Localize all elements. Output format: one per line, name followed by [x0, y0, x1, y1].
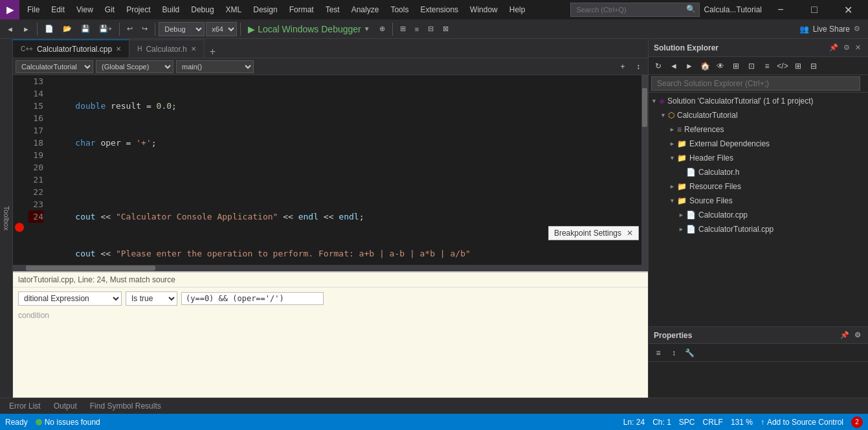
toolbox-panel[interactable]: Toolbox — [0, 39, 13, 398]
condition-mode-dropdown[interactable]: Is true — [126, 291, 177, 306]
menu-format[interactable]: Format — [284, 4, 319, 16]
tree-item-calculatorcpp[interactable]: ► 📄 Calculator.cpp — [649, 208, 868, 222]
editor-nav-add[interactable]: + — [616, 60, 630, 74]
props-alphabetical-btn[interactable]: ↕ — [667, 346, 681, 360]
liveshare-settings-icon[interactable]: ⚙ — [854, 25, 860, 33]
menu-extensions[interactable]: Extensions — [415, 4, 463, 16]
se-designer-btn[interactable]: ⊞ — [791, 59, 805, 73]
play-dropdown-icon[interactable]: ▼ — [364, 25, 370, 32]
se-collapse-btn[interactable]: ⊞ — [729, 59, 743, 73]
liveshare-label[interactable]: Live Share — [813, 25, 850, 34]
editor-nav-scroll[interactable]: ↕ — [631, 60, 645, 74]
tree-item-sourcefiles[interactable]: ▼ 📁 Source Files — [649, 194, 868, 208]
menu-xml[interactable]: XML — [221, 4, 247, 16]
attach-btn[interactable]: ⊕ — [375, 21, 389, 37]
props-categorized-btn[interactable]: ≡ — [651, 346, 665, 360]
code-editor[interactable]: 13 14 15 16 17 18 19 20 21 − 22 23 — [13, 75, 648, 265]
tab-calculatortutorial[interactable]: C++ CalculatorTutorial.cpp ✕ — [13, 40, 129, 58]
se-sync-btn[interactable]: ↻ — [651, 59, 665, 73]
props-settings-btn[interactable]: ⚙ — [852, 331, 863, 339]
menu-design[interactable]: Design — [248, 4, 282, 16]
menu-tools[interactable]: Tools — [385, 4, 414, 16]
tree-item-references[interactable]: ► ≡ References — [649, 122, 868, 137]
se-props-btn[interactable]: ⊟ — [807, 59, 821, 73]
start-debug-button[interactable]: ▶ Local Windows Debugger ▼ — [244, 23, 373, 36]
editor-scrollbar[interactable] — [641, 75, 648, 265]
toolbar-save-btn[interactable]: 💾 — [77, 21, 94, 37]
function-dropdown[interactable]: main() — [176, 60, 254, 73]
menu-view[interactable]: View — [71, 4, 98, 16]
se-pending-btn[interactable]: ⊡ — [744, 59, 759, 73]
menu-file[interactable]: File — [22, 4, 45, 16]
scope-dropdown[interactable]: CalculatorTutorial — [16, 60, 93, 73]
maximize-button[interactable]: □ — [799, 0, 829, 19]
errors-count: 2 — [855, 418, 859, 425]
breakpoint-dot[interactable] — [15, 223, 24, 232]
toolbar-undo-btn[interactable]: ↩ — [123, 21, 137, 37]
tree-item-project[interactable]: ▼ ⬡ CalculatorTutorial — [649, 108, 868, 122]
menu-analyze[interactable]: Analyze — [346, 4, 384, 16]
se-home-btn[interactable]: 🏠 — [698, 59, 712, 73]
tab-error-list[interactable]: Error List — [5, 400, 45, 412]
toolbar-extra-1[interactable]: ⊞ — [396, 21, 410, 37]
se-code-view-btn[interactable]: </> — [775, 59, 790, 73]
props-pin-btn[interactable]: 📌 — [838, 331, 851, 339]
global-search-input[interactable] — [570, 3, 700, 17]
vs-logo: ▶ — [0, 0, 19, 19]
editor-scrollbar-thumb[interactable] — [642, 88, 647, 127]
menu-window[interactable]: Window — [465, 4, 503, 16]
se-back-btn[interactable]: ◄ — [667, 59, 681, 73]
tree-item-solution[interactable]: ▼ ◈ Solution 'CalculatorTutorial' (1 of … — [649, 94, 868, 108]
tab-output[interactable]: Output — [50, 400, 81, 412]
toolbar-extra-4[interactable]: ⊠ — [439, 21, 452, 37]
minimize-button[interactable]: − — [766, 0, 796, 19]
se-pin-btn[interactable]: 📌 — [827, 43, 840, 52]
toolbar-redo-btn[interactable]: ↪ — [138, 21, 151, 37]
tree-item-calculatortutorialcpp[interactable]: ► 📄 CalculatorTutorial.cpp — [649, 222, 868, 236]
props-wrench-btn[interactable]: 🔧 — [682, 346, 696, 360]
global-scope-dropdown[interactable]: (Global Scope) — [96, 60, 173, 73]
menu-test[interactable]: Test — [320, 4, 345, 16]
toolbar-forward-btn[interactable]: ► — [19, 21, 34, 37]
menu-build[interactable]: Build — [157, 4, 185, 16]
toolbar-back-btn[interactable]: ◄ — [3, 21, 17, 37]
se-settings-btn[interactable]: ⚙ — [841, 43, 852, 52]
se-show-all-btn[interactable]: 👁 — [713, 59, 728, 73]
menu-debug[interactable]: Debug — [186, 4, 219, 16]
se-search-input[interactable] — [651, 76, 860, 91]
se-forward-btn[interactable]: ► — [682, 59, 696, 73]
horiz-scrollbar[interactable] — [13, 265, 648, 271]
toolbar-open-btn[interactable]: 📂 — [59, 21, 76, 37]
horiz-scrollbar-thumb[interactable] — [26, 266, 155, 271]
tree-item-calculatorh[interactable]: 📄 Calculator.h — [649, 165, 868, 179]
menu-help[interactable]: Help — [504, 4, 531, 16]
condition-type-dropdown[interactable]: ditional Expression — [18, 291, 122, 306]
tab-calculatorh[interactable]: H Calculator.h ✕ — [129, 40, 205, 58]
toolbar-extra-3[interactable]: ⊟ — [424, 21, 438, 37]
toolbar-extra-2[interactable]: ≡ — [411, 21, 423, 37]
debug-config-dropdown[interactable]: Debug Release — [159, 22, 205, 36]
se-close-btn[interactable]: ✕ — [853, 43, 863, 52]
tab-calculatorh-close[interactable]: ✕ — [191, 45, 196, 52]
menu-edit[interactable]: Edit — [46, 4, 70, 16]
tab-add-button[interactable]: + — [205, 46, 221, 58]
tab-find-symbol-results[interactable]: Find Symbol Results — [86, 400, 165, 412]
breakpoint-settings-close[interactable]: ✕ — [627, 229, 633, 238]
condition-value-input[interactable] — [181, 292, 324, 305]
toolbar-saveall-btn[interactable]: 💾+ — [95, 21, 116, 37]
menu-git[interactable]: Git — [100, 4, 120, 16]
se-settings-btn2[interactable]: ≡ — [760, 59, 774, 73]
toolbar-new-btn[interactable]: 📄 — [41, 21, 58, 37]
status-right: Ln: 24 Ch: 1 SPC CRLF 131 % ↑ Add to Sou… — [623, 416, 863, 428]
tree-item-resourcefiles[interactable]: ► 📁 Resource Files — [649, 179, 868, 194]
status-issues-area[interactable]: No issues found — [36, 418, 100, 427]
source-control-area[interactable]: ↑ Add to Source Control — [761, 418, 843, 427]
tree-item-extdeps[interactable]: ► 📁 External Dependencies — [649, 137, 868, 151]
tab-calculatortutorial-close[interactable]: ✕ — [116, 45, 121, 52]
platform-dropdown[interactable]: x64 x86 — [206, 22, 237, 36]
errors-badge[interactable]: 2 — [851, 416, 863, 428]
tree-item-headerfiles[interactable]: ▼ 📁 Header Files — [649, 151, 868, 165]
status-zoom[interactable]: 131 % — [731, 418, 753, 427]
menu-project[interactable]: Project — [121, 4, 155, 16]
close-button[interactable]: ✕ — [833, 0, 863, 19]
